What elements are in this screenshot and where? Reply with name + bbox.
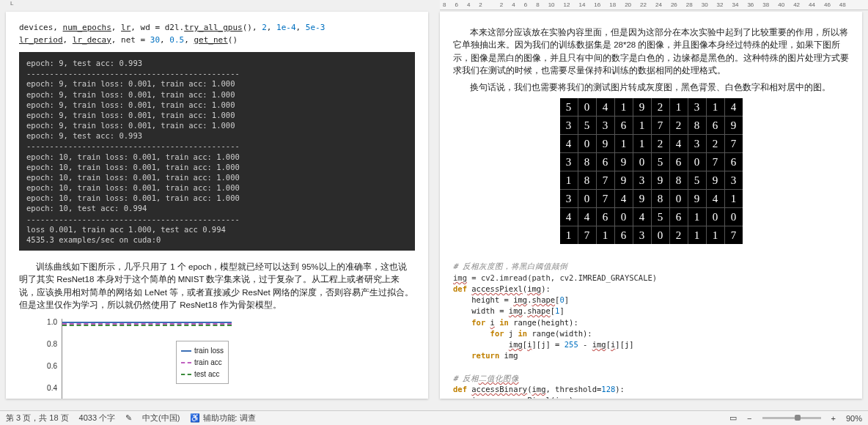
mnist-cell: 9 <box>633 190 651 207</box>
mnist-cell: 0 <box>652 226 669 244</box>
mnist-cell: 1 <box>597 226 614 244</box>
mnist-cell: 4 <box>633 208 651 226</box>
mnist-cell: 4 <box>578 208 596 226</box>
chart-y-axis: 1.0 0.8 0.6 0.4 <box>41 319 60 399</box>
mnist-cell: 1 <box>725 190 743 207</box>
mnist-cell: 6 <box>597 153 614 171</box>
mnist-cell: 1 <box>707 226 724 244</box>
mnist-cell: 2 <box>707 135 724 152</box>
mnist-cell: 4 <box>615 190 633 207</box>
mnist-cell: 9 <box>597 135 614 152</box>
mnist-cell: 8 <box>578 171 596 189</box>
mnist-cell: 0 <box>578 190 596 207</box>
mnist-cell: 7 <box>578 226 596 244</box>
mnist-cell: 9 <box>615 171 633 189</box>
mnist-cell: 7 <box>597 171 614 189</box>
mnist-cell: 8 <box>578 153 596 171</box>
zoom-out-button[interactable]: − <box>747 414 751 423</box>
ruler-left-label: L <box>10 0 13 7</box>
mnist-cell: 7 <box>725 135 743 152</box>
mnist-cell: 5 <box>688 171 706 189</box>
mnist-cell: 0 <box>670 190 688 207</box>
mnist-cell: 1 <box>688 208 706 226</box>
mnist-cell: 5 <box>652 153 669 171</box>
mnist-cell: 4 <box>560 135 578 152</box>
mnist-cell: 0 <box>633 153 651 171</box>
status-proofing-icon[interactable]: ✎ <box>125 413 132 423</box>
mnist-cell: 0 <box>578 135 596 152</box>
mnist-cell: 3 <box>633 171 651 189</box>
mnist-cell: 2 <box>670 226 688 244</box>
right-para-1: 本来这部分应该放在实验内容里面，但是因为这部分在本次实验中起到了比较重要的作用，… <box>453 26 849 77</box>
mnist-cell: 1 <box>688 226 706 244</box>
mnist-cell: 3 <box>633 226 651 244</box>
mnist-cell: 9 <box>615 153 633 171</box>
status-words: 4033 个字 <box>79 413 116 424</box>
training-paragraph: 训练曲线如下图所示，几乎只用了 1 个 epoch，模型就已经可以达到 95%以… <box>19 261 415 311</box>
mnist-cell: 4 <box>707 190 724 207</box>
mnist-cell: 8 <box>652 190 669 207</box>
code-line-1: devices, num_epochs, lr, wd = d2l.try_al… <box>19 22 415 34</box>
mnist-cell: 1 <box>615 98 633 116</box>
zoom-slider[interactable] <box>762 417 821 419</box>
mnist-cell: 3 <box>688 98 706 116</box>
mnist-cell: 2 <box>652 98 669 116</box>
mnist-cell: 1 <box>633 117 651 134</box>
zoom-percent[interactable]: 90% <box>846 414 862 423</box>
mnist-cell: 3 <box>560 153 578 171</box>
mnist-cell: 1 <box>670 98 688 116</box>
mnist-cell: 5 <box>652 208 669 226</box>
mnist-cell: 7 <box>725 226 743 244</box>
mnist-cell: 3 <box>560 117 578 134</box>
code-line-2: lr_period, lr_decay, net = 30, 0.5, get_… <box>19 34 415 47</box>
mnist-cell: 0 <box>578 98 596 116</box>
mnist-cell: 4 <box>725 98 743 116</box>
mnist-cell: 9 <box>688 190 706 207</box>
zoom-in-button[interactable]: + <box>831 414 836 423</box>
mnist-cell: 7 <box>652 117 669 134</box>
mnist-cell: 4 <box>560 208 578 226</box>
mnist-cell: 9 <box>725 117 743 134</box>
status-accessibility[interactable]: ♿ 辅助功能: 调查 <box>190 413 255 424</box>
mnist-cell: 0 <box>725 208 743 226</box>
training-chart: 1.0 0.8 0.6 0.4 train loss train acc tes… <box>41 319 232 399</box>
mnist-cell: 3 <box>560 190 578 207</box>
mnist-cell: 1 <box>560 171 578 189</box>
mnist-cell: 5 <box>578 117 596 134</box>
mnist-cell: 9 <box>633 98 651 116</box>
mnist-cell: 3 <box>597 117 614 134</box>
mnist-cell: 7 <box>597 190 614 207</box>
status-language[interactable]: 中文(中国) <box>142 413 180 424</box>
page-right: 本来这部分应该放在实验内容里面，但是因为这部分在本次实验中起到了比较重要的作用，… <box>440 12 862 399</box>
mnist-cell: 4 <box>597 98 614 116</box>
right-para-2: 换句话说，我们也需要将我们的测试图片转成灰度图，黑色背景、白色数字和相对居中的图… <box>453 81 849 94</box>
mnist-cell: 6 <box>707 117 724 134</box>
mnist-cell: 1 <box>633 135 651 152</box>
python-code-block: # 反相灰度图，将黑白阈值颠倒 img = cv2.imread(path, c… <box>453 250 849 399</box>
page-left: devices, num_epochs, lr, wd = d2l.try_al… <box>6 12 428 399</box>
chart-plot-area: train loss train acc test acc <box>62 319 232 399</box>
chart-legend: train loss train acc test acc <box>176 341 229 384</box>
mnist-cell: 5 <box>560 98 578 116</box>
mnist-cell: 6 <box>725 153 743 171</box>
line-test-acc <box>62 325 232 326</box>
mnist-cell: 2 <box>670 117 688 134</box>
mnist-cell: 0 <box>615 208 633 226</box>
mnist-cell: 1 <box>707 98 724 116</box>
pages-container: devices, num_epochs, lr, wd = d2l.try_al… <box>0 0 868 410</box>
mnist-cell: 0 <box>707 208 724 226</box>
mnist-cell: 9 <box>652 171 669 189</box>
view-mode-icon[interactable]: ▭ <box>729 413 737 423</box>
mnist-grid: 5041921314353617286940911243273869056076… <box>560 98 743 244</box>
mnist-cell: 8 <box>688 117 706 134</box>
mnist-cell: 6 <box>615 226 633 244</box>
mnist-cell: 6 <box>670 208 688 226</box>
mnist-cell: 6 <box>597 208 614 226</box>
mnist-cell: 1 <box>560 226 578 244</box>
mnist-cell: 8 <box>670 171 688 189</box>
mnist-cell: 2 <box>652 135 669 152</box>
mnist-cell: 3 <box>725 171 743 189</box>
mnist-cell: 0 <box>688 153 706 171</box>
mnist-cell: 6 <box>670 153 688 171</box>
mnist-cell: 7 <box>707 153 724 171</box>
